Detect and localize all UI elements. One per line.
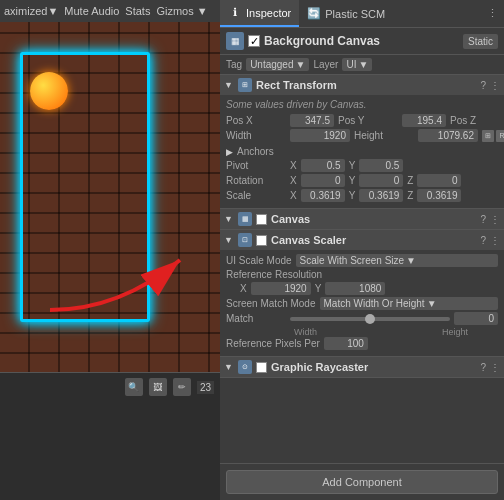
ui-scale-dropdown[interactable]: Scale With Screen Size ▼: [296, 254, 498, 267]
canvas-checkbox[interactable]: [256, 214, 267, 225]
pos-y-value[interactable]: 195.4: [402, 114, 446, 127]
width-label: Width: [294, 327, 317, 337]
ref-res-label-row: Reference Resolution: [226, 269, 498, 280]
pivot-row: Pivot X 0.5 Y 0.5: [226, 159, 498, 172]
ref-x-label: X: [240, 283, 247, 294]
canvas-scaler-header[interactable]: ▼ ⊡ Canvas Scaler ? ⋮: [220, 230, 504, 250]
ui-scale-row: UI Scale Mode Scale With Screen Size ▼: [226, 254, 498, 267]
canvas-scaler-icon: ⊡: [238, 233, 252, 247]
screen-match-dropdown[interactable]: Match Width Or Height ▼: [320, 297, 499, 310]
canvas-section: ▼ ▦ Canvas ? ⋮: [220, 209, 504, 230]
graphic-raycaster-icon: ⊙: [238, 360, 252, 374]
stats-button[interactable]: Stats: [125, 5, 150, 17]
rotation-row: Rotation X 0 Y 0 Z 0: [226, 174, 498, 187]
left-panel: aximized▼ Mute Audio Stats Gizmos ▼ 🔍 🖼 …: [0, 0, 220, 500]
width-group: Width 1920: [226, 129, 350, 142]
canvas-scaler-arrow: ▼: [224, 235, 234, 245]
display-dropdown[interactable]: aximized▼: [4, 5, 58, 17]
tab-plastic-scm[interactable]: 🔄 Plastic SCM: [299, 0, 393, 27]
add-component-button[interactable]: Add Component: [226, 470, 498, 494]
pivot-x-axis: X: [290, 160, 297, 171]
ref-pixels-value[interactable]: 100: [324, 337, 368, 350]
add-component-bar: Add Component: [220, 463, 504, 500]
scale-label: Scale: [226, 190, 286, 201]
object-header: ▦ ✓ Background Canvas Static: [220, 28, 504, 55]
ref-x-value[interactable]: 1920: [251, 282, 311, 295]
rect-transform-help[interactable]: ?: [480, 80, 486, 91]
size-icons: ⊞ R: [482, 130, 504, 142]
rot-z-value[interactable]: 0: [417, 174, 461, 187]
inspector-tab-label: Inspector: [246, 7, 291, 19]
pos-row: Pos X 347.5 Pos Y 195.4 Pos Z 0: [226, 114, 498, 127]
pivot-y-axis: Y: [349, 160, 356, 171]
image-icon[interactable]: 🖼: [149, 378, 167, 396]
static-button[interactable]: Static: [463, 34, 498, 49]
graphic-raycaster-help[interactable]: ?: [480, 362, 486, 373]
rot-x-value[interactable]: 0: [301, 174, 345, 187]
match-slider[interactable]: [290, 317, 450, 321]
tag-dropdown[interactable]: Untagged ▼: [246, 58, 309, 71]
canvas-scaler-body: UI Scale Mode Scale With Screen Size ▼ R…: [220, 250, 504, 356]
height-value[interactable]: 1079.62: [418, 129, 478, 142]
plastic-tab-label: Plastic SCM: [325, 8, 385, 20]
anchors-row: ▶ Anchors: [226, 144, 498, 159]
graphic-raycaster-checkbox[interactable]: [256, 362, 267, 373]
rect-transform-body: Some values driven by Canvas. Pos X 347.…: [220, 95, 504, 208]
reset-icon[interactable]: R: [496, 130, 504, 142]
tab-inspector[interactable]: ℹ Inspector: [220, 0, 299, 27]
screen-match-row: Screen Match Mode Match Width Or Height …: [226, 297, 498, 310]
graphic-raycaster-menu[interactable]: ⋮: [490, 362, 500, 373]
ref-y-label: Y: [315, 283, 322, 294]
tag-label: Tag: [226, 59, 242, 70]
slider-thumb: [365, 314, 375, 324]
rect-transform-title: Rect Transform: [256, 79, 476, 91]
edit-icon[interactable]: ✏: [173, 378, 191, 396]
object-active-checkbox[interactable]: ✓: [248, 35, 260, 47]
graphic-raycaster-title: Graphic Raycaster: [271, 361, 476, 373]
canvas-help[interactable]: ?: [480, 214, 486, 225]
tag-value: Untagged: [250, 59, 293, 70]
ref-y-value[interactable]: 1080: [325, 282, 385, 295]
object-icon: ▦: [226, 32, 244, 50]
mute-audio-button[interactable]: Mute Audio: [64, 5, 119, 17]
width-value[interactable]: 1920: [290, 129, 350, 142]
constrain-icon[interactable]: ⊞: [482, 130, 494, 142]
ref-res-label: Reference Resolution: [226, 269, 322, 280]
canvas-scaler-menu[interactable]: ⋮: [490, 235, 500, 246]
anchors-label: Anchors: [237, 146, 274, 157]
scale-z-value[interactable]: 0.3619: [417, 189, 461, 202]
scale-y-value[interactable]: 0.3619: [359, 189, 403, 202]
rot-y-axis: Y: [349, 175, 356, 186]
rot-y-value[interactable]: 0: [359, 174, 403, 187]
rect-transform-hint: Some values driven by Canvas.: [226, 99, 498, 110]
search-icon[interactable]: 🔍: [125, 378, 143, 396]
rect-transform-menu[interactable]: ⋮: [490, 80, 500, 91]
match-value[interactable]: 0: [454, 312, 498, 325]
gizmos-button[interactable]: Gizmos ▼: [156, 5, 207, 17]
pivot-x-value[interactable]: 0.5: [301, 159, 345, 172]
canvas-icon: ▦: [238, 212, 252, 226]
height-group: Height 1079.62: [354, 129, 478, 142]
graphic-raycaster-header[interactable]: ▼ ⊙ Graphic Raycaster ? ⋮: [220, 357, 504, 377]
tab-bar: ℹ Inspector 🔄 Plastic SCM ⋮: [220, 0, 504, 28]
layer-dropdown-arrow: ▼: [358, 59, 368, 70]
canvas-scaler-help[interactable]: ?: [480, 235, 486, 246]
canvas-title: Canvas: [271, 213, 476, 225]
pos-x-value[interactable]: 347.5: [290, 114, 334, 127]
pos-z-group: Pos Z 0: [450, 114, 504, 127]
graphic-raycaster-arrow: ▼: [224, 362, 234, 372]
canvas-arrow: ▼: [224, 214, 234, 224]
bottom-icons: 🔍 🖼 ✏ 23: [125, 378, 214, 396]
tab-more-button[interactable]: ⋮: [481, 7, 504, 20]
layer-dropdown[interactable]: UI ▼: [342, 58, 372, 71]
rect-transform-header[interactable]: ▼ ⊞ Rect Transform ? ⋮: [220, 75, 504, 95]
canvas-menu[interactable]: ⋮: [490, 214, 500, 225]
canvas-actions: ? ⋮: [480, 214, 500, 225]
canvas-scaler-checkbox[interactable]: [256, 235, 267, 246]
scale-x-value[interactable]: 0.3619: [301, 189, 345, 202]
canvas-header[interactable]: ▼ ▦ Canvas ? ⋮: [220, 209, 504, 229]
game-view-toolbar: aximized▼ Mute Audio Stats Gizmos ▼: [0, 0, 220, 22]
pivot-y-value[interactable]: 0.5: [359, 159, 403, 172]
pos-x-group: Pos X 347.5: [226, 114, 334, 127]
width-label: Width: [226, 130, 286, 141]
